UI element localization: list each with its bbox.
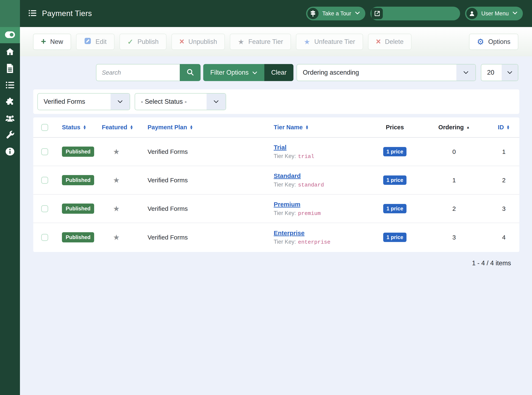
topbar-actions: Take a Tour User Menu: [306, 7, 523, 20]
gear-icon: ⚙: [477, 38, 484, 46]
sidebar-item-home[interactable]: [0, 44, 20, 60]
status-badge[interactable]: Published: [62, 203, 94, 214]
row-checkbox[interactable]: [41, 205, 48, 212]
search-input[interactable]: [96, 64, 180, 81]
unfeature-tier-button[interactable]: ★ Unfeature Tier: [296, 34, 363, 50]
list-icon: [5, 80, 15, 90]
table-row: Published ★ Verified Forms Premium Tier …: [33, 195, 519, 223]
sidebar-toggle-button[interactable]: [0, 27, 20, 43]
sidebar-corner: [0, 0, 20, 27]
sidebar-item-info[interactable]: [0, 144, 20, 160]
sidebar-item-components[interactable]: [0, 94, 20, 110]
unfeature-tier-label: Unfeature Tier: [314, 38, 355, 45]
payment-plan-cell: Verified Forms: [131, 148, 271, 155]
tier-key-label: Tier Key:: [274, 210, 296, 216]
payment-plan-cell: Verified Forms: [131, 177, 271, 184]
tier-name-link[interactable]: Premium: [274, 201, 300, 208]
status-badge[interactable]: Published: [62, 175, 94, 185]
ordering-cell: 1: [420, 177, 488, 184]
sort-ascending-icon: ▲: [466, 125, 470, 130]
column-header-tier-name[interactable]: Tier Name ▲▼: [271, 124, 370, 131]
column-header-status[interactable]: Status ▲▼: [56, 124, 102, 131]
featured-star-icon[interactable]: ★: [102, 147, 131, 156]
site-preview-button[interactable]: [370, 7, 460, 20]
column-header-ordering[interactable]: Ordering ▲: [420, 124, 488, 131]
publish-button[interactable]: ✓ Publish: [119, 34, 166, 50]
featured-star-icon[interactable]: ★: [102, 204, 131, 213]
sidebar-item-menus[interactable]: [0, 77, 20, 94]
filter-buttons-group: Filter Options Clear: [203, 64, 293, 81]
tier-name-link[interactable]: Trial: [274, 144, 287, 151]
plus-icon: +: [41, 37, 46, 46]
tier-key-label: Tier Key:: [274, 239, 296, 245]
sort-icon: ▲▼: [190, 125, 193, 130]
tier-name-link[interactable]: Enterprise: [274, 230, 304, 236]
chevron-down-icon: [252, 69, 257, 76]
page-title: Payment Tiers: [42, 9, 92, 18]
new-button-label: New: [50, 38, 63, 45]
sidebar-item-tools[interactable]: [0, 127, 20, 144]
check-icon: ✓: [127, 38, 133, 45]
filter-options-button[interactable]: Filter Options: [203, 64, 264, 81]
take-a-tour-button[interactable]: Take a Tour: [306, 7, 365, 20]
featured-star-icon[interactable]: ★: [102, 176, 131, 185]
components-icon: [5, 97, 15, 107]
tier-key-label: Tier Key:: [274, 153, 296, 159]
chevron-down-icon: [111, 93, 130, 110]
home-icon: [5, 47, 14, 57]
cross-icon: ×: [376, 37, 381, 45]
prices-header-label: Prices: [386, 124, 404, 131]
status-badge[interactable]: Published: [62, 147, 94, 157]
ordering-select-value: Ordering ascending: [297, 69, 456, 76]
sort-icon: ▲▼: [506, 125, 510, 130]
pagination-summary: 1 - 4 / 4 items: [33, 259, 519, 267]
featured-star-icon[interactable]: ★: [102, 233, 131, 242]
feature-tier-label: Feature Tier: [248, 38, 283, 45]
external-link-icon: [372, 8, 383, 19]
column-header-payment-plan[interactable]: Payment Plan ▲▼: [131, 124, 271, 131]
delete-button-label: Delete: [385, 38, 404, 45]
users-icon: [5, 114, 15, 123]
tier-name-cell: Trial Tier Key: trial: [271, 144, 370, 160]
star-icon: ★: [304, 38, 310, 45]
column-header-id[interactable]: ID ▲▼: [488, 124, 519, 131]
new-button[interactable]: + New: [33, 34, 71, 50]
sort-icon: ▲▼: [83, 125, 87, 130]
chevron-down-icon: [456, 65, 475, 81]
tier-name-link[interactable]: Standard: [274, 172, 301, 179]
options-button[interactable]: ⚙ Options: [469, 34, 518, 50]
payment-plan-filter-select[interactable]: Verified Forms: [38, 93, 130, 110]
chevron-down-icon: [512, 11, 517, 16]
sidebar-item-users[interactable]: [0, 110, 20, 127]
chevron-down-icon: [206, 93, 226, 110]
topbar: Payment Tiers Take a Tour User Menu: [20, 0, 532, 27]
unpublish-button[interactable]: × Unpublish: [171, 34, 225, 50]
column-header-featured[interactable]: Featured ▲▼: [102, 124, 131, 131]
ordering-select[interactable]: Ordering ascending: [297, 64, 476, 81]
publish-button-label: Publish: [137, 38, 158, 45]
page-size-select[interactable]: 20: [481, 64, 518, 81]
user-menu-button[interactable]: User Menu: [465, 7, 523, 20]
clear-button[interactable]: Clear: [264, 64, 293, 81]
status-badge[interactable]: Published: [62, 232, 94, 242]
tier-key-value: enterprise: [298, 239, 331, 245]
id-cell: 4: [488, 234, 519, 241]
search-button[interactable]: [180, 64, 201, 81]
tier-name-cell: Enterprise Tier Key: enterprise: [271, 230, 370, 245]
select-all-checkbox[interactable]: [41, 124, 48, 131]
star-icon: ★: [238, 38, 244, 45]
row-checkbox[interactable]: [41, 148, 48, 155]
sidebar-item-documents[interactable]: [0, 60, 20, 77]
search-group: [96, 64, 201, 81]
sidebar: [0, 0, 20, 395]
delete-button[interactable]: × Delete: [368, 34, 412, 50]
user-menu-label: User Menu: [481, 10, 509, 17]
edit-button[interactable]: Edit: [76, 34, 114, 50]
toolbar-buttons: + New Edit ✓ Publish × Unpublish ★ Featu…: [33, 34, 412, 50]
feature-tier-button[interactable]: ★ Feature Tier: [230, 34, 291, 50]
row-checkbox[interactable]: [41, 234, 48, 241]
status-filter-select[interactable]: - Select Status -: [135, 93, 226, 110]
row-checkbox[interactable]: [41, 177, 48, 184]
tools-icon: [5, 130, 15, 140]
payment-plan-cell: Verified Forms: [131, 205, 271, 212]
